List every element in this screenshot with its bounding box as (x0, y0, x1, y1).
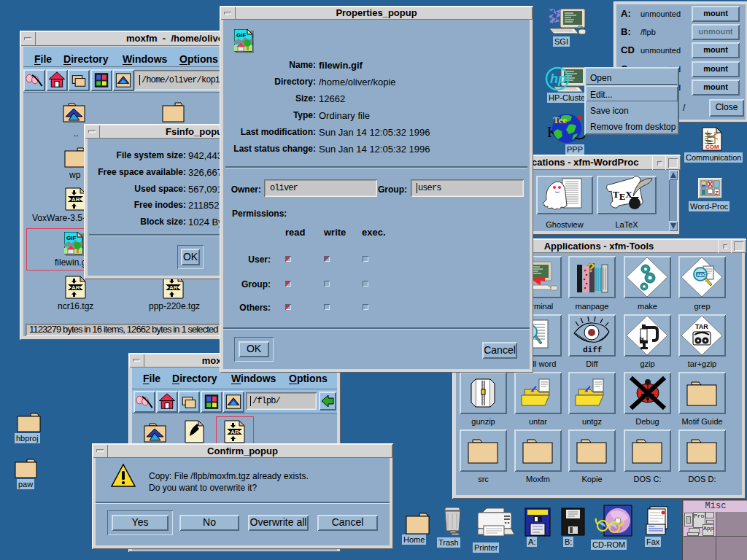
svg-text:AR: AR (169, 284, 178, 291)
svg-text:?: ? (587, 261, 595, 275)
svg-text:GIF: GIF (236, 32, 246, 39)
svg-text:Tee: Tee (553, 114, 567, 125)
svg-text:TAR: TAR (695, 323, 708, 330)
svg-text:ABC: ABC (697, 273, 707, 277)
svg-text:AR: AR (231, 429, 239, 435)
svg-text:GIF: GIF (66, 235, 76, 241)
svg-text:COM: COM (705, 144, 719, 150)
svg-text:AR: AR (71, 284, 80, 291)
svg-text:hp: hp (550, 71, 566, 86)
svg-text:diff: diff (583, 346, 603, 354)
svg-text:AR: AR (71, 196, 80, 203)
svg-text:Z: Z (715, 190, 719, 196)
